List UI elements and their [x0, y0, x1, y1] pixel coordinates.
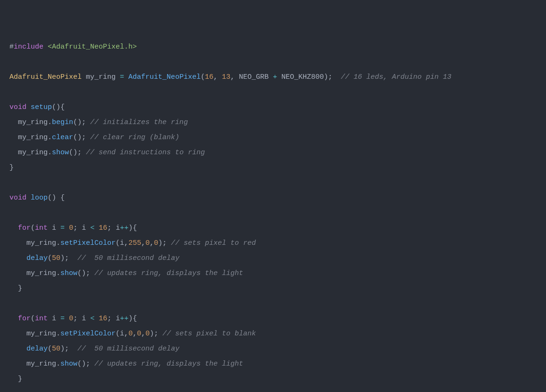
num-0: 0	[69, 224, 73, 232]
comment-show1: // send instructions to ring	[86, 149, 205, 157]
num-0: 0	[145, 330, 150, 338]
comment-red: // sets pixel to red	[171, 239, 256, 247]
obj-myring: my_ring	[18, 149, 48, 157]
op-lt: <	[90, 224, 94, 232]
ipp: i	[116, 224, 120, 232]
num-13: 13	[222, 73, 230, 81]
obj-myring: my_ring	[26, 269, 56, 277]
obj-myring: my_ring	[26, 239, 56, 247]
const-khz: NEO_KHZ800	[281, 73, 324, 81]
code-block: #include <Adafruit_NeoPixel.h> Adafruit_…	[9, 40, 537, 392]
comment-delay: // 50 millisecond delay	[77, 254, 179, 262]
var-name: my_ring	[86, 73, 116, 81]
comment-begin: // initializes the ring	[90, 118, 188, 126]
equals: =	[120, 73, 124, 81]
var-i: i	[52, 315, 56, 323]
show-fn: show	[60, 269, 77, 277]
var-i: i	[52, 224, 56, 232]
num-0: 0	[128, 330, 133, 338]
num-0: 0	[145, 239, 150, 247]
obj-myring: my_ring	[26, 330, 56, 338]
clear-fn: clear	[52, 133, 73, 142]
ctor-name: Adafruit_NeoPixel	[128, 73, 201, 81]
for-kw: for	[18, 315, 31, 323]
ipp: i	[116, 315, 120, 323]
num-0: 0	[69, 315, 73, 323]
var-i: i	[82, 315, 86, 323]
delay-fn: delay	[26, 254, 48, 262]
num-0: 0	[137, 330, 141, 338]
obj-myring: my_ring	[18, 118, 48, 126]
comment-showloop: // updates ring, displays the light	[94, 269, 243, 277]
void-kw: void	[9, 103, 26, 111]
num-50: 50	[52, 254, 60, 262]
begin-fn: begin	[52, 118, 73, 126]
delay-fn: delay	[26, 345, 48, 353]
obj-myring: my_ring	[18, 133, 48, 142]
comment-blank: // sets pixel to blank	[162, 330, 256, 338]
include-keyword: include	[14, 43, 43, 51]
void-kw: void	[9, 194, 26, 202]
setpixel-fn: setPixelColor	[60, 330, 116, 338]
var-i: i	[82, 224, 86, 232]
int-kw: int	[35, 224, 48, 232]
num-16: 16	[99, 224, 107, 232]
for-kw: for	[18, 224, 31, 232]
comment-showloop: // updates ring, displays the light	[94, 360, 243, 368]
setpixel-fn: setPixelColor	[60, 239, 116, 247]
hash: #	[9, 43, 14, 51]
comment-delay: // 50 millisecond delay	[77, 345, 179, 353]
show-fn: show	[52, 149, 69, 157]
num-50: 50	[52, 345, 60, 353]
loop-fn: loop	[31, 194, 48, 202]
const-neogrb: NEO_GRB	[239, 73, 269, 81]
show-fn: show	[60, 360, 77, 368]
setup-fn: setup	[31, 103, 52, 111]
obj-myring: my_ring	[26, 360, 56, 368]
include-header: <Adafruit_NeoPixel.h>	[48, 43, 137, 51]
num-16: 16	[99, 315, 107, 323]
comment-clear: // clear ring (blank)	[90, 133, 179, 142]
op-lt: <	[90, 315, 94, 323]
num-255: 255	[128, 239, 141, 247]
int-kw: int	[35, 315, 48, 323]
comment-decl: // 16 leds, Arduino pin 13	[341, 73, 451, 81]
num-16: 16	[205, 73, 213, 81]
type-name: Adafruit_NeoPixel	[9, 73, 82, 81]
num-0: 0	[154, 239, 158, 247]
